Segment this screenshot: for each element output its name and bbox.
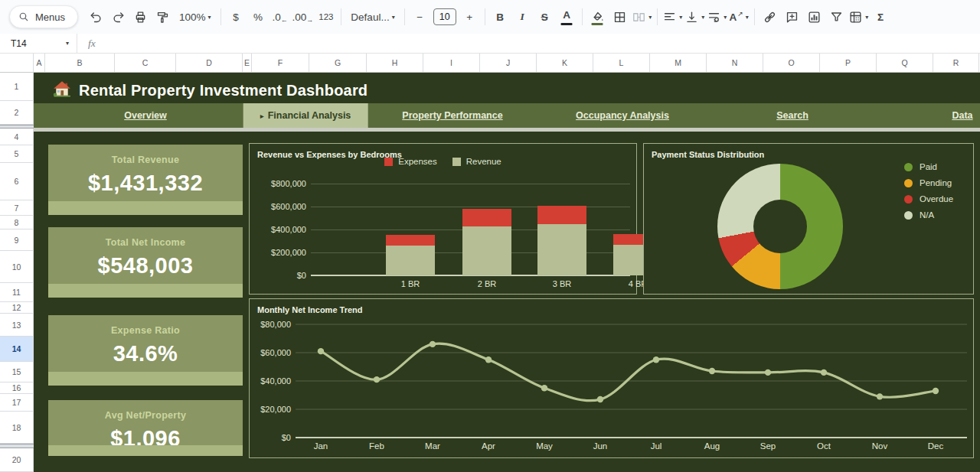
column-header-G[interactable]: G	[309, 54, 367, 72]
tab-overview[interactable]: Overview	[124, 103, 167, 128]
italic-button[interactable]: I	[512, 6, 533, 28]
row-header-5[interactable]: 5	[0, 145, 34, 163]
x-axis-label: Apr	[482, 441, 495, 451]
column-header-A[interactable]: A	[34, 54, 45, 72]
text-rotation-button[interactable]: A↗▾	[729, 6, 750, 28]
format-currency-button[interactable]: $	[226, 6, 247, 28]
column-header-O[interactable]: O	[763, 54, 820, 72]
insert-comment-button[interactable]	[782, 6, 802, 28]
column-header-B[interactable]: B	[45, 54, 115, 72]
nav-underline-strip	[34, 128, 980, 132]
x-axis-label: Dec	[928, 441, 944, 451]
column-header-C[interactable]: C	[115, 54, 176, 72]
column-header-L[interactable]: L	[593, 54, 650, 72]
row-header-15[interactable]: 15	[0, 362, 34, 382]
insert-link-button[interactable]	[760, 6, 780, 28]
more-formats-button[interactable]: 123	[315, 6, 336, 28]
print-button[interactable]	[130, 6, 151, 28]
bar-chart-panel[interactable]: Revenue vs Expenses by Bedrooms Expenses…	[249, 143, 637, 295]
tab-occupancy-analysis[interactable]: Occupancy Analysis	[576, 103, 669, 128]
legend-dot	[904, 211, 913, 220]
column-header-J[interactable]: J	[480, 54, 537, 72]
row-header-2[interactable]: 2	[0, 101, 34, 125]
column-header-N[interactable]: N	[707, 54, 763, 72]
row-header-7[interactable]: 7	[0, 200, 34, 216]
font-select[interactable]: Defaul...▾	[346, 6, 399, 28]
legend-swatch	[452, 158, 461, 166]
fx-icon[interactable]: fx	[77, 37, 96, 50]
pivot-table-button[interactable]: ▾	[848, 6, 869, 28]
format-percent-button[interactable]: %	[248, 6, 269, 28]
strikethrough-button-label: S	[541, 11, 548, 23]
zoom-select[interactable]: 100%▾	[175, 6, 216, 28]
x-axis-label: Feb	[369, 441, 384, 451]
horizontal-align-button[interactable]: ▾	[662, 6, 683, 28]
row-header-18[interactable]: 18	[0, 412, 34, 444]
row-header-11[interactable]: 11	[0, 283, 34, 302]
row-header-13[interactable]: 13	[0, 314, 34, 337]
tab-label: Financial Analysis	[268, 110, 351, 121]
legend-item-paid: Paid	[904, 162, 937, 171]
text-wrap-button[interactable]: ▾	[707, 6, 727, 28]
data-point	[374, 376, 380, 382]
data-point	[933, 388, 939, 394]
column-header-H[interactable]: H	[367, 54, 423, 72]
increase-decimal-button[interactable]: .00→	[292, 6, 315, 28]
tab-property-performance[interactable]: Property Performance	[402, 103, 502, 128]
column-header-K[interactable]: K	[537, 54, 593, 72]
row-header-9[interactable]: 9	[0, 229, 34, 251]
column-header-F[interactable]: F	[252, 54, 309, 72]
italic-button-label: I	[521, 11, 524, 23]
row-header-4[interactable]: 4	[0, 129, 34, 145]
borders-button[interactable]	[609, 6, 630, 28]
row-header-14[interactable]: 14	[0, 337, 34, 362]
column-header-D[interactable]: D	[176, 54, 243, 72]
font-size-input[interactable]: 10	[433, 8, 456, 25]
text-color-button[interactable]: A	[557, 6, 577, 28]
column-header-E[interactable]: E	[243, 54, 252, 72]
paint-format-button[interactable]	[152, 6, 173, 28]
fill-color-button[interactable]	[587, 6, 608, 28]
row-header-8[interactable]: 8	[0, 216, 34, 229]
redo-button[interactable]	[108, 6, 129, 28]
row-header-10[interactable]: 10	[0, 251, 34, 283]
column-header-P[interactable]: P	[820, 54, 877, 72]
column-header-M[interactable]: M	[650, 54, 707, 72]
strikethrough-button[interactable]: S	[534, 6, 555, 28]
row-header-12[interactable]: 12	[0, 302, 34, 314]
undo-button[interactable]	[86, 6, 106, 28]
row-header-16[interactable]: 16	[0, 382, 34, 394]
column-header-Q[interactable]: Q	[877, 54, 933, 72]
tab-search[interactable]: Search	[776, 103, 808, 128]
row-header-17[interactable]: 17	[0, 394, 34, 412]
decrease-font-size-button[interactable]: −	[410, 6, 430, 28]
cell-name-box[interactable]: T14 ▾	[0, 34, 77, 53]
select-all-corner[interactable]	[0, 54, 34, 72]
decrease-decimal-button[interactable]: .0←	[270, 6, 291, 28]
bar-expenses-1BR	[386, 235, 435, 246]
row-header-6[interactable]: 6	[0, 163, 34, 200]
data-point	[597, 396, 603, 402]
vertical-align-button[interactable]: ▾	[684, 6, 705, 28]
column-header-I[interactable]: I	[423, 54, 480, 72]
bold-button[interactable]: B	[490, 6, 511, 28]
house-icon	[52, 80, 72, 102]
dashboard-title: Rental Property Investment Dashboard	[79, 82, 368, 99]
create-filter-button[interactable]	[826, 6, 847, 28]
menus-button[interactable]: Menus	[9, 5, 78, 28]
increase-font-size-button[interactable]: +	[459, 6, 480, 28]
tab-financial-analysis[interactable]: ▸Financial Analysis	[243, 103, 368, 128]
row-header-20[interactable]: 20	[0, 448, 34, 472]
column-header-R[interactable]: R	[933, 54, 979, 72]
functions-button[interactable]: Σ	[871, 6, 891, 28]
row-header-1[interactable]: 1	[0, 73, 34, 101]
donut-chart-panel[interactable]: Payment Status Distribution PaidPendingO…	[643, 143, 974, 295]
toolbar-divider	[582, 8, 583, 25]
line-chart-panel[interactable]: Monthly Net Income Trend $0$20,000$40,00…	[249, 298, 974, 458]
redo-icon	[111, 10, 126, 24]
x-axis-label: Jun	[593, 441, 608, 451]
tab-data[interactable]: Data	[952, 103, 972, 128]
trend-line	[321, 343, 936, 401]
insert-chart-button[interactable]	[804, 6, 825, 28]
tab-label: Search	[776, 110, 808, 121]
